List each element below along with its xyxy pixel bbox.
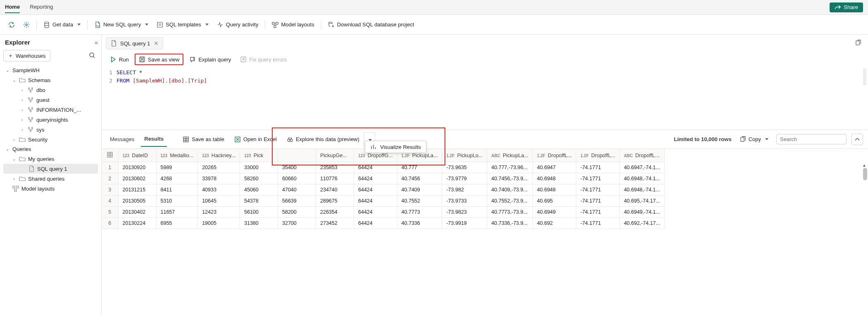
cell[interactable]: 226354 bbox=[316, 207, 354, 218]
cell[interactable]: -74.1771 bbox=[576, 162, 619, 173]
open-in-excel-button[interactable]: Open in Excel bbox=[230, 134, 281, 145]
cell[interactable]: -74.1771 bbox=[576, 218, 619, 229]
cell[interactable]: 20130602 bbox=[118, 173, 156, 184]
cell[interactable]: 40.7552 bbox=[397, 196, 442, 207]
settings-button[interactable] bbox=[20, 19, 33, 31]
cell[interactable]: 56100 bbox=[240, 207, 278, 218]
run-button[interactable]: Run bbox=[107, 54, 132, 64]
cell[interactable]: 20265 bbox=[198, 162, 240, 173]
cell[interactable]: 45060 bbox=[240, 184, 278, 196]
tree-node-information[interactable]: ›INFORMATION_... bbox=[3, 105, 98, 115]
tab-home[interactable]: Home bbox=[5, 1, 20, 13]
cell[interactable]: 3 bbox=[102, 184, 118, 196]
column-header[interactable] bbox=[278, 149, 316, 162]
sql-templates-button[interactable]: SQL templates bbox=[153, 19, 212, 31]
tree-node-my-queries[interactable]: ⌄My queries bbox=[3, 154, 98, 164]
cell[interactable]: 20131215 bbox=[118, 184, 156, 196]
model-layouts-button[interactable]: Model layouts bbox=[269, 19, 317, 31]
close-tab-button[interactable]: ✕ bbox=[154, 40, 159, 47]
column-header[interactable]: 123Hackney... bbox=[198, 149, 240, 162]
cell[interactable]: 40.6948 bbox=[533, 184, 576, 196]
tree-node-security[interactable]: ›Security bbox=[3, 134, 98, 144]
cell[interactable]: 8411 bbox=[156, 184, 198, 196]
cell[interactable]: 4 bbox=[102, 196, 118, 207]
download-db-project-button[interactable]: Download SQL database project bbox=[325, 19, 418, 31]
cell[interactable]: 6 bbox=[102, 218, 118, 229]
results-tab[interactable]: Results bbox=[141, 132, 167, 147]
cell[interactable]: 40.7336,-73.9... bbox=[487, 218, 533, 229]
cell[interactable]: 40.6949,-74.1... bbox=[620, 207, 665, 218]
cell[interactable]: 58200 bbox=[278, 207, 316, 218]
cell[interactable]: 47040 bbox=[278, 184, 316, 196]
cell[interactable]: 40.695 bbox=[533, 196, 576, 207]
cell[interactable]: 33000 bbox=[240, 162, 278, 173]
column-header[interactable]: 123Medallio... bbox=[156, 149, 198, 162]
cell[interactable]: 33978 bbox=[198, 173, 240, 184]
cell[interactable]: 40.7409,-73.9... bbox=[487, 184, 533, 196]
explain-query-button[interactable]: Explain query bbox=[186, 54, 234, 64]
copy-dropdown[interactable]: Copy bbox=[737, 134, 771, 145]
tree-node-guest[interactable]: ›guest bbox=[3, 95, 98, 105]
cell[interactable]: 40.7773 bbox=[397, 207, 442, 218]
cell[interactable]: 20130224 bbox=[118, 218, 156, 229]
visualize-results-button[interactable]: Visualize Results bbox=[365, 141, 426, 153]
column-header[interactable]: ABCDropoffL... bbox=[620, 149, 665, 162]
cell[interactable]: 40.7336 bbox=[397, 218, 442, 229]
editor-tab-sql-query-1[interactable]: SQL query 1 ✕ bbox=[106, 37, 163, 50]
table-row[interactable]: 6201302246955190053138032700273452644244… bbox=[102, 218, 664, 229]
cell[interactable]: 289675 bbox=[316, 196, 354, 207]
get-data-button[interactable]: Get data bbox=[40, 19, 84, 31]
cell[interactable]: -73.9733 bbox=[442, 196, 487, 207]
cell[interactable]: 64424 bbox=[354, 184, 397, 196]
cell[interactable]: 5 bbox=[102, 207, 118, 218]
cell[interactable]: 64424 bbox=[354, 196, 397, 207]
cell[interactable]: 40.6948,-74.1... bbox=[620, 184, 665, 196]
tree-node-schemas[interactable]: ⌄Schemas bbox=[3, 75, 98, 85]
sql-editor[interactable]: 1SELECT * 2FROM [SampleWH].[dbo].[Trip] bbox=[102, 68, 868, 130]
new-sql-query-button[interactable]: SQL New SQL query bbox=[91, 19, 152, 31]
cell[interactable]: 110776 bbox=[316, 173, 354, 184]
column-header[interactable]: ABCPickupLa... bbox=[487, 149, 533, 162]
cell[interactable]: 40.7552,-73.9... bbox=[487, 196, 533, 207]
cell[interactable]: 12423 bbox=[198, 207, 240, 218]
cell[interactable]: 40.7456,-73.9... bbox=[487, 173, 533, 184]
table-row[interactable]: 2201306024268339785826060660110776644244… bbox=[102, 173, 664, 184]
cell[interactable]: 40.7409 bbox=[397, 184, 442, 196]
column-header[interactable]: 1.2FDropoffL... bbox=[576, 149, 619, 162]
minimap[interactable] bbox=[863, 68, 866, 85]
cell[interactable]: 40.692 bbox=[533, 218, 576, 229]
cell[interactable]: 64424 bbox=[354, 207, 397, 218]
tree-node-model-layouts[interactable]: ›Model layouts bbox=[3, 184, 98, 193]
tree-node-sys[interactable]: ›sys bbox=[3, 125, 98, 134]
cell[interactable]: 32700 bbox=[278, 218, 316, 229]
cell[interactable]: -73.9779 bbox=[442, 173, 487, 184]
column-header[interactable]: 123Pick bbox=[240, 149, 278, 162]
table-row[interactable]: 4201305055310106455437856639289675644244… bbox=[102, 196, 664, 207]
query-activity-button[interactable]: Query activity bbox=[214, 19, 262, 31]
cell[interactable]: 20130505 bbox=[118, 196, 156, 207]
cell[interactable]: 1 bbox=[102, 162, 118, 173]
cell[interactable]: 60660 bbox=[278, 173, 316, 184]
search-explorer-button[interactable] bbox=[89, 52, 98, 60]
cell[interactable]: 40.7456 bbox=[397, 173, 442, 184]
column-header[interactable]: PickupGe... bbox=[316, 149, 354, 162]
tree-node-dbo[interactable]: ›dbo bbox=[3, 85, 98, 95]
row-header-corner[interactable] bbox=[102, 149, 118, 162]
cell[interactable]: 40.692,-74.17... bbox=[620, 218, 665, 229]
cell[interactable]: -74.1771 bbox=[576, 173, 619, 184]
cell[interactable]: 56639 bbox=[278, 196, 316, 207]
cell[interactable]: 40.6947 bbox=[533, 162, 576, 173]
table-row[interactable]: 5201304021165712423561005820022635464424… bbox=[102, 207, 664, 218]
cell[interactable]: 40.6947,-74.1... bbox=[620, 162, 665, 173]
results-grid[interactable]: ▲ 123DateID123Medallio...123Hackney...12… bbox=[102, 149, 868, 229]
cell[interactable]: -73.9823 bbox=[442, 207, 487, 218]
cell[interactable]: -73.9635 bbox=[442, 162, 487, 173]
tree-node-queries[interactable]: ⌄Queries bbox=[3, 144, 98, 154]
scroll-up-arrow[interactable]: ▲ bbox=[862, 163, 866, 167]
cell[interactable]: 20130402 bbox=[118, 207, 156, 218]
cell[interactable]: 40.695,-74.17... bbox=[620, 196, 665, 207]
cell[interactable]: 19005 bbox=[198, 218, 240, 229]
cell[interactable]: 40.777 bbox=[397, 162, 442, 173]
table-row[interactable]: 3201312158411409334506047040234740644244… bbox=[102, 184, 664, 196]
cell[interactable]: 235853 bbox=[316, 162, 354, 173]
